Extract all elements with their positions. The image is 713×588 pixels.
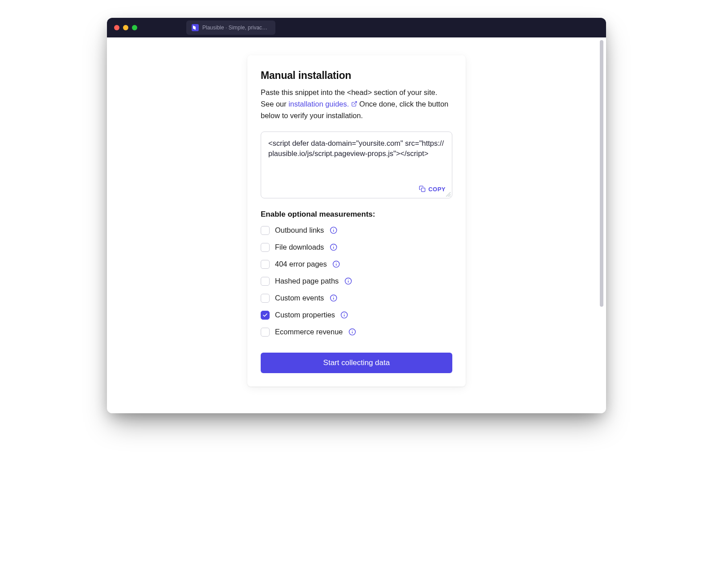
installation-card: Manual installation Paste this snippet i… <box>247 55 466 387</box>
window-controls <box>114 25 137 30</box>
copy-button[interactable]: COPY <box>419 185 446 193</box>
maximize-window-button[interactable] <box>132 25 137 30</box>
checkbox-file-downloads[interactable] <box>261 243 270 252</box>
checkbox-404-error-pages[interactable] <box>261 260 270 269</box>
copy-label: COPY <box>428 186 446 193</box>
snippet-box[interactable]: <script defer data-domain="yoursite.com"… <box>261 132 452 198</box>
info-icon[interactable] <box>344 277 352 285</box>
page-content: Manual installation Paste this snippet i… <box>107 37 606 413</box>
option-custom-events: Custom events <box>261 294 452 303</box>
option-label: Ecommerce revenue <box>275 328 343 336</box>
info-icon[interactable] <box>329 294 337 302</box>
snippet-text[interactable]: <script defer data-domain="yoursite.com"… <box>268 138 445 159</box>
info-icon[interactable] <box>329 226 337 234</box>
link-text: installation guides. <box>288 100 349 108</box>
option-404-error-pages: 404 error pages <box>261 260 452 269</box>
checkbox-hashed-page-paths[interactable] <box>261 277 270 286</box>
option-file-downloads: File downloads <box>261 243 452 252</box>
svg-line-0 <box>354 101 356 104</box>
scrollbar-thumb[interactable] <box>600 40 603 307</box>
svg-rect-1 <box>422 188 425 191</box>
close-window-button[interactable] <box>114 25 119 30</box>
external-link-icon <box>351 99 357 111</box>
minimize-window-button[interactable] <box>123 25 128 30</box>
option-label: 404 error pages <box>275 260 327 268</box>
option-label: File downloads <box>275 243 324 251</box>
card-description: Paste this snippet into the <head> secti… <box>261 87 452 122</box>
plausible-favicon-icon <box>192 24 199 31</box>
option-label: Custom events <box>275 294 324 302</box>
option-hashed-page-paths: Hashed page paths <box>261 277 452 286</box>
checkbox-custom-events[interactable] <box>261 294 270 303</box>
options-section-label: Enable optional measurements: <box>261 210 452 219</box>
copy-icon <box>419 185 426 193</box>
info-icon[interactable] <box>348 328 356 336</box>
checkbox-outbound-links[interactable] <box>261 226 270 235</box>
info-icon[interactable] <box>329 243 337 251</box>
option-label: Outbound links <box>275 226 324 234</box>
option-label: Hashed page paths <box>275 277 339 285</box>
checkbox-ecommerce-revenue[interactable] <box>261 328 270 337</box>
option-ecommerce-revenue: Ecommerce revenue <box>261 328 452 337</box>
scrollbar-track[interactable] <box>600 40 603 411</box>
resize-handle-icon <box>446 192 451 197</box>
browser-window: Plausible · Simple, privacy-frien Manual… <box>107 18 606 413</box>
option-custom-properties: Custom properties <box>261 311 452 320</box>
checkbox-custom-properties[interactable] <box>261 311 270 320</box>
option-outbound-links: Outbound links <box>261 226 452 235</box>
info-icon[interactable] <box>340 311 348 319</box>
tab-title: Plausible · Simple, privacy-frien <box>202 25 270 31</box>
installation-guides-link[interactable]: installation guides. <box>288 100 357 108</box>
titlebar: Plausible · Simple, privacy-frien <box>107 18 606 37</box>
start-collecting-button[interactable]: Start collecting data <box>261 353 452 373</box>
browser-tab[interactable]: Plausible · Simple, privacy-frien <box>186 21 275 35</box>
option-label: Custom properties <box>275 311 335 319</box>
card-title: Manual installation <box>261 70 452 82</box>
info-icon[interactable] <box>332 260 340 268</box>
options-list: Outbound links File downloads 404 error … <box>261 226 452 337</box>
